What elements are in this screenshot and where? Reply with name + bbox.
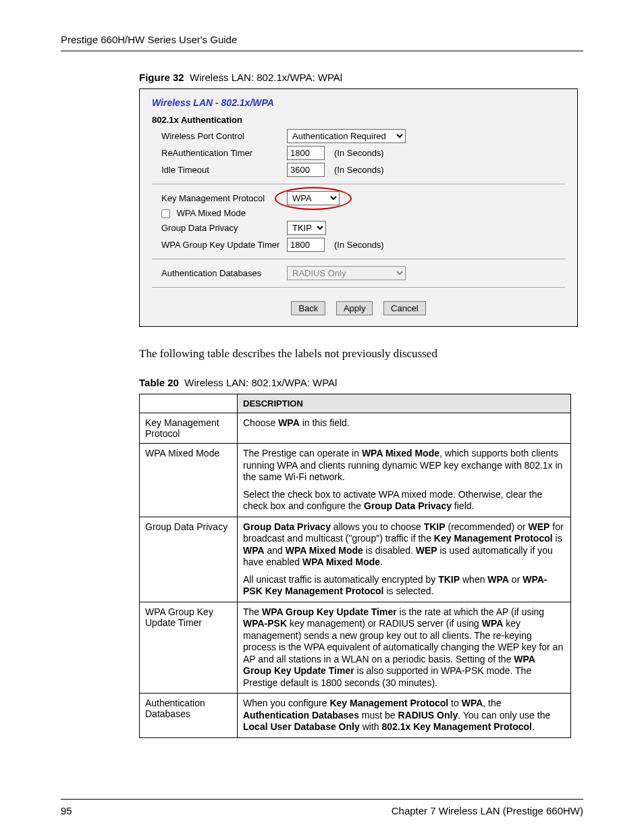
- label-cell: Authentication Databases: [140, 694, 238, 738]
- label-cell: Group Data Privacy: [140, 517, 238, 602]
- table-header-row: Description: [140, 394, 571, 413]
- auth-db-select: RADIUS Only: [287, 266, 406, 280]
- wpa-mixed-mode-checkbox[interactable]: [161, 209, 170, 218]
- description-cell: The WPA Group Key Update Timer is the ra…: [238, 602, 571, 694]
- group-key-timer-unit: (In Seconds): [334, 240, 384, 250]
- divider: [152, 259, 565, 259]
- apply-button[interactable]: Apply: [336, 301, 373, 315]
- table-row: Key Management ProtocolChoose WPA in thi…: [140, 413, 571, 444]
- kmp-select[interactable]: WPA: [287, 191, 340, 205]
- reauth-timer-input[interactable]: [287, 146, 325, 160]
- wpa-mixed-mode-label: WPA Mixed Mode: [177, 208, 246, 218]
- reauth-timer-label: ReAuthentication Timer: [152, 148, 287, 158]
- table-row: Group Data PrivacyGroup Data Privacy all…: [140, 517, 571, 602]
- label-cell: WPA Mixed Mode: [140, 444, 238, 517]
- idle-timeout-unit: (In Seconds): [334, 165, 384, 175]
- wpa-mixed-mode-row: WPA Mixed Mode: [152, 208, 287, 218]
- wireless-port-control-select[interactable]: Authentication Required: [287, 129, 406, 143]
- back-button[interactable]: Back: [291, 301, 325, 315]
- idle-timeout-label: Idle Timeout: [152, 165, 287, 175]
- chapter-title: Chapter 7 Wireless LAN (Prestige 660HW): [392, 805, 583, 816]
- group-data-privacy-label: Group Data Privacy: [152, 223, 287, 233]
- reauth-timer-unit: (In Seconds): [334, 148, 384, 158]
- page-header: Prestige 660H/HW Series User's Guide: [61, 34, 583, 51]
- page-number: 95: [61, 805, 72, 816]
- description-column-header: Description: [238, 394, 571, 413]
- auth-db-label: Authentication Databases: [152, 268, 287, 278]
- kmp-label: Key Management Protocol: [152, 193, 287, 203]
- description-cell: Group Data Privacy allows you to choose …: [238, 517, 571, 602]
- label-cell: Key Management Protocol: [140, 413, 238, 444]
- description-cell: The Prestige can operate in WPA Mixed Mo…: [238, 444, 571, 517]
- description-table: Description Key Management ProtocolChoos…: [139, 394, 571, 738]
- divider: [152, 287, 565, 288]
- divider: [152, 184, 565, 184]
- table-row: WPA Group Key Update TimerThe WPA Group …: [140, 602, 571, 694]
- label-cell: WPA Group Key Update Timer: [140, 602, 238, 694]
- description-cell: When you configure Key Management Protoc…: [238, 694, 571, 738]
- auth-section-head: 802.1x Authentication: [152, 115, 565, 125]
- table-row: WPA Mixed ModeThe Prestige can operate i…: [140, 444, 571, 517]
- idle-timeout-input[interactable]: [287, 163, 325, 177]
- group-data-privacy-select[interactable]: TKIP: [287, 221, 326, 235]
- wireless-port-control-label: Wireless Port Control: [152, 131, 287, 141]
- panel-title: Wireless LAN - 802.1x/WPA: [152, 97, 565, 108]
- description-cell: Choose WPA in this field.: [238, 413, 571, 444]
- table-caption: Table 20 Wireless LAN: 802.1x/WPA: WPAl: [139, 377, 583, 388]
- cancel-button[interactable]: Cancel: [383, 301, 425, 315]
- group-key-timer-label: WPA Group Key Update Timer: [152, 240, 287, 250]
- config-screenshot: Wireless LAN - 802.1x/WPA 802.1x Authent…: [139, 88, 578, 327]
- intro-text: The following table describes the labels…: [139, 347, 583, 361]
- group-key-timer-input[interactable]: [287, 238, 325, 252]
- figure-caption: Figure 32 Wireless LAN: 802.1x/WPA: WPAl: [139, 72, 583, 83]
- table-row: Authentication DatabasesWhen you configu…: [140, 694, 571, 738]
